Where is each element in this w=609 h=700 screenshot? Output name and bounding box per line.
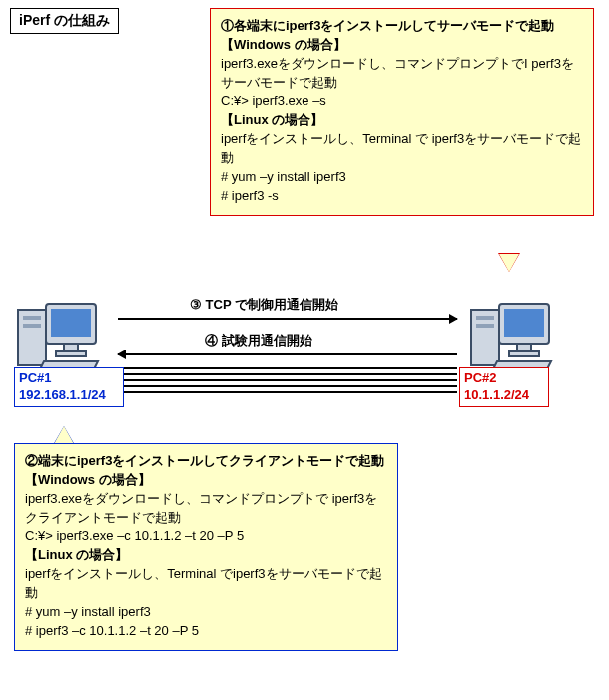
session-line [118, 373, 457, 375]
pc2-label: PC#2 10.1.1.2/24 [459, 367, 549, 407]
callout-server-lin-cmd1: # yum –y install iperf3 [221, 168, 583, 187]
pc2-name: PC#2 [464, 370, 497, 385]
step3-label: ③ TCP で制御用通信開始 [190, 296, 338, 314]
pc1-name: PC#1 [19, 370, 52, 385]
pc1-addr: 192.168.1.1/24 [19, 387, 106, 402]
svg-rect-12 [517, 344, 531, 351]
callout-server-heading: ①各端末にiperf3をインストールしてサーバモードで起動 [221, 17, 583, 36]
callout-server-win-cmd: C:¥> iperf3.exe –s [221, 92, 583, 111]
svg-rect-11 [504, 309, 544, 337]
pc1-icon [14, 286, 104, 375]
callout-server-win-desc: iperf3.exeをダウンロードし、コマンドプロンプトでI perf3をサーバ… [221, 55, 583, 93]
pc2-addr: 10.1.1.2/24 [464, 387, 529, 402]
step3-arrow [118, 318, 457, 320]
callout-client-lin-label: 【Linux の場合】 [25, 546, 387, 565]
diagram-title: iPerf の仕組み [10, 8, 119, 34]
callout-server-lin-desc: iperfをインストールし、Terminal で iperf3をサーバモードで起… [221, 130, 583, 168]
step4-label: ④ 試験用通信開始 [205, 332, 312, 350]
session-line [118, 379, 457, 381]
session-line [118, 385, 457, 387]
svg-rect-13 [509, 351, 539, 356]
callout-server-lin-label: 【Linux の場合】 [221, 111, 583, 130]
svg-rect-5 [64, 344, 78, 351]
callout-server-lin-cmd2: # iperf3 -s [221, 187, 583, 206]
session-line [118, 391, 457, 393]
step4-arrow [118, 353, 457, 355]
svg-rect-1 [23, 316, 41, 320]
svg-rect-8 [476, 316, 494, 320]
callout-client-lin-desc: iperfをインストールし、Terminal でiperf3をサーバモードで起動 [25, 565, 387, 603]
session-line [118, 367, 457, 369]
callout-client-win-label: 【Windows の場合】 [25, 471, 387, 490]
pc2-icon [467, 286, 557, 375]
svg-rect-9 [476, 324, 494, 328]
callout-client-lin-cmd1: # yum –y install iperf3 [25, 603, 387, 622]
callout-server-pointer [499, 254, 519, 272]
svg-rect-4 [51, 309, 91, 337]
callout-client-lin-cmd2: # iperf3 –c 10.1.1.2 –t 20 –P 5 [25, 622, 387, 641]
callout-server-win-label: 【Windows の場合】 [221, 36, 583, 55]
callout-client-pointer [54, 426, 74, 444]
callout-server-mode: ①各端末にiperf3をインストールしてサーバモードで起動 【Windows の… [210, 8, 594, 216]
svg-rect-2 [23, 324, 41, 328]
callout-client-win-desc: iperf3.exeをダウンロードし、コマンドプロンプトで iperf3をクライ… [25, 490, 387, 528]
callout-client-win-cmd: C:¥> iperf3.exe –c 10.1.1.2 –t 20 –P 5 [25, 527, 387, 546]
pc1-label: PC#1 192.168.1.1/24 [14, 367, 124, 407]
svg-rect-6 [56, 351, 86, 356]
callout-client-heading: ②端末にiperf3をインストールしてクライアントモードで起動 [25, 452, 387, 471]
callout-client-mode: ②端末にiperf3をインストールしてクライアントモードで起動 【Windows… [14, 443, 398, 651]
